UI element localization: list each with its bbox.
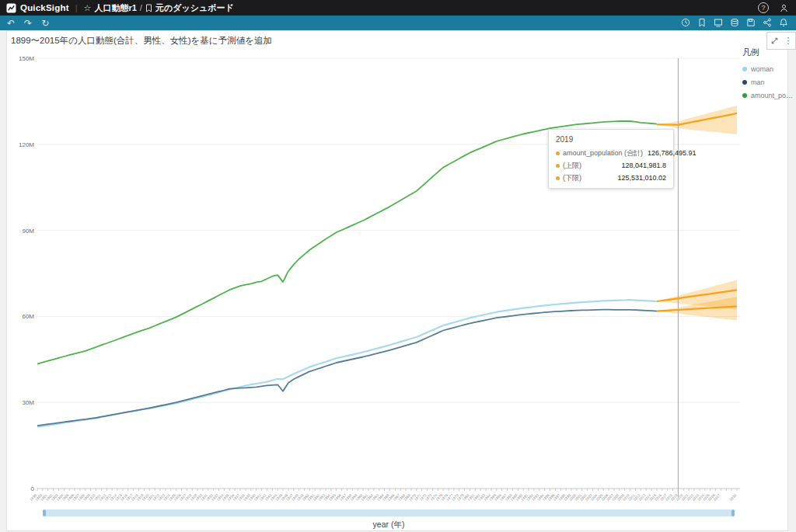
tooltip-label: (下限) (563, 173, 613, 183)
toolbar-right-icons (681, 16, 788, 30)
thumbnail-view-icon[interactable] (714, 16, 723, 30)
tooltip-label: (上限) (563, 161, 616, 171)
tooltip-swatch (556, 176, 560, 180)
tooltip-value: 126,786,495.91 (648, 149, 696, 157)
tooltip-value: 128,041,981.8 (621, 162, 666, 169)
topbar-right-icons: ? (758, 2, 788, 13)
chart-tooltip: 2019 amount_population (合計)126,786,495.9… (548, 129, 674, 189)
toolbar-left-icons: ↶ ↷ ↻ (7, 19, 49, 28)
analysis-toolbar: ↶ ↷ ↻ (0, 16, 796, 30)
topbar-divider: | (75, 3, 78, 12)
legend-label: woman (751, 65, 773, 73)
undo-icon[interactable]: ↶ (7, 19, 15, 28)
legend-item-amountpopul[interactable]: amount_popul… (742, 92, 794, 99)
scrollbar-left-handle[interactable] (43, 509, 46, 516)
refresh-icon[interactable]: ↻ (41, 19, 49, 28)
scrollbar-right-handle[interactable] (731, 509, 735, 516)
visual-controls: ⋮ (766, 32, 796, 50)
tooltip-row: (上限)128,041,981.8 (549, 159, 673, 172)
bookmark-icon (145, 4, 152, 12)
tooltip-value: 125,531,010.02 (617, 174, 666, 182)
brand-name: QuickSight (20, 3, 69, 12)
visual-card (6, 30, 788, 531)
visual-title: 1899〜2015年の人口動態(合計、男性、女性)を基に予測値を追加 (11, 35, 272, 47)
legend-item-man[interactable]: man (742, 78, 794, 86)
tooltip-row: amount_population (合計)126,786,495.91 (549, 147, 673, 159)
tooltip-label: amount_population (合計) (563, 148, 643, 158)
save-icon[interactable] (746, 16, 756, 30)
user-icon[interactable] (780, 4, 788, 12)
tooltip-swatch (556, 151, 560, 155)
legend-item-woman[interactable]: woman (742, 65, 794, 73)
top-navigation-bar: QuickSight | ☆ 人口動態r1 / 元のダッシュボード ? (0, 0, 796, 16)
breadcrumb-dashboard-name[interactable]: 元のダッシュボード (155, 2, 234, 14)
tooltip-year: 2019 (549, 134, 673, 147)
breadcrumb-separator: / (140, 3, 142, 12)
notifications-bell-icon[interactable] (779, 16, 788, 30)
help-icon[interactable]: ? (758, 2, 769, 13)
tooltip-swatch (556, 164, 560, 168)
legend-label: man (751, 78, 765, 86)
quicksight-logo[interactable]: QuickSight (6, 3, 69, 13)
legend: 凡例 womanmanamount_popul… (742, 47, 794, 105)
tooltip-row: (下限)125,531,010.02 (549, 172, 673, 184)
favorite-star-icon[interactable]: ☆ (84, 3, 92, 13)
share-icon[interactable] (763, 16, 772, 30)
breadcrumb-analysis-name[interactable]: 人口動態r1 (94, 2, 136, 14)
menu-kebab-icon[interactable]: ⋮ (784, 37, 793, 45)
quicksight-logo-icon (6, 3, 16, 13)
x-axis-title: year (年) (0, 520, 777, 530)
legend-swatch (742, 80, 747, 85)
legend-swatch (742, 93, 747, 98)
legend-label: amount_popul… (751, 92, 794, 99)
bookmark-toolbar-icon[interactable] (697, 16, 707, 30)
redo-icon[interactable]: ↷ (24, 19, 32, 28)
legend-swatch (742, 67, 747, 71)
dataset-icon[interactable] (730, 16, 739, 30)
expand-icon[interactable] (770, 37, 779, 45)
x-axis-scrollbar[interactable] (43, 509, 735, 516)
history-clock-icon[interactable] (681, 16, 690, 30)
